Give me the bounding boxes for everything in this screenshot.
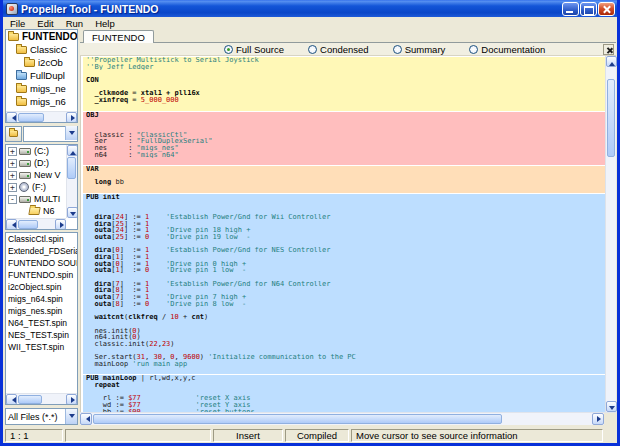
tree-expander-icon[interactable]: +	[8, 147, 17, 156]
radio-button-icon[interactable]	[393, 45, 402, 54]
object-tree-hscrollbar[interactable]	[6, 111, 77, 122]
file-list-item[interactable]: NES_TEST.spin	[6, 329, 77, 341]
code-line[interactable]	[86, 348, 605, 355]
scroll-down-icon[interactable]	[67, 207, 78, 218]
code-line[interactable]: CON	[86, 77, 605, 84]
file-list-item[interactable]: WII_TEST.spin	[6, 341, 77, 353]
folder-up-button[interactable]	[5, 126, 22, 142]
object-tree-item[interactable]: migs_n6	[6, 95, 77, 108]
scroll-left-icon[interactable]	[80, 413, 92, 425]
tree-expander-icon[interactable]: +	[8, 159, 17, 168]
minimize-button[interactable]	[562, 2, 579, 16]
code-line[interactable]	[86, 84, 605, 91]
scroll-left-icon[interactable]	[6, 394, 17, 405]
code-line[interactable]: long bb	[86, 179, 605, 186]
radio-summary[interactable]: Summary	[393, 44, 446, 55]
code-line[interactable]	[86, 207, 605, 214]
radio-button-icon[interactable]	[308, 45, 317, 54]
maximize-button[interactable]	[580, 2, 597, 16]
code-line[interactable]: dira[25] := 1	[86, 221, 605, 228]
code-line[interactable]: n64.init(0)	[86, 334, 605, 341]
editor-vscrollbar[interactable]	[605, 56, 616, 412]
scroll-thumb[interactable]	[67, 157, 76, 179]
code-line[interactable]: _clkmode = xtal1 + pll16x	[86, 90, 605, 97]
menu-help[interactable]: Help	[89, 17, 121, 29]
file-list-item[interactable]: N64_TEST.spin	[6, 317, 77, 329]
pane-close-icon[interactable]	[603, 44, 614, 55]
tree-expander-icon[interactable]: +	[8, 183, 17, 192]
code-line[interactable]	[86, 389, 605, 396]
file-list-hscrollbar[interactable]	[6, 393, 77, 404]
code-line[interactable]: Ser : "FullDuplexSerial"	[86, 138, 605, 145]
code-line[interactable]	[86, 274, 605, 281]
editor-hscrollbar[interactable]	[80, 412, 616, 425]
object-tree-item[interactable]: FUNTENDO	[6, 30, 77, 43]
code-line[interactable]: OBJ	[86, 112, 605, 119]
code-line[interactable]: outa[8] := 0 'Drive pin 8 low -	[86, 301, 605, 308]
object-tree-item[interactable]: i2cOb	[6, 56, 77, 69]
object-tree-item[interactable]: migs_ne	[6, 82, 77, 95]
close-button[interactable]	[598, 2, 615, 16]
code-line[interactable]: classic.init(22,23)	[86, 341, 605, 348]
scroll-right-icon[interactable]	[55, 219, 66, 230]
code-line[interactable]	[86, 241, 605, 248]
scroll-right-icon[interactable]	[66, 112, 77, 123]
scroll-down-icon[interactable]	[606, 401, 617, 412]
scroll-thumb[interactable]	[607, 79, 615, 157]
file-list-item[interactable]: migs_n64.spin	[6, 293, 77, 305]
code-line[interactable]	[86, 186, 605, 193]
code-line[interactable]: outa[25] := 0 'Drive pin 19 low -	[86, 234, 605, 241]
file-list-item[interactable]: ClassicCtl.spin	[6, 233, 77, 245]
menu-edit[interactable]: Edit	[31, 17, 59, 29]
radio-button-icon[interactable]	[224, 45, 233, 54]
code-line[interactable]: Ser.start(31, 30, 0, 9600) 'Initialize c…	[86, 354, 605, 361]
tree-expander-icon[interactable]: +	[8, 171, 17, 180]
scroll-right-icon[interactable]	[592, 413, 604, 425]
object-tree-item[interactable]: FullDupl	[6, 69, 77, 82]
scroll-thumb[interactable]	[18, 395, 42, 404]
code-line[interactable]: ''Propeller Multistick to Serial Joystic…	[86, 57, 605, 64]
scroll-right-icon[interactable]	[66, 394, 77, 405]
radio-full-source[interactable]: Full Source	[224, 44, 284, 55]
code-line[interactable]: dira[24] := 1 'Establish Power/Gnd for W…	[86, 214, 605, 221]
code-line[interactable]: outa[7] := 1 'Drive pin 7 high +	[86, 294, 605, 301]
radio-documentation[interactable]: Documentation	[469, 44, 545, 55]
code-line[interactable]: outa[1] := 0 'Drive pin 1 low -	[86, 267, 605, 274]
code-line[interactable]: dira[0] := 1 'Establish Power/Gnd for NE…	[86, 247, 605, 254]
code-line[interactable]: waitcnt(clkfreq / 10 + cnt)	[86, 314, 605, 321]
file-list-item[interactable]: Extended_FDSeria	[6, 245, 77, 257]
directory-tree-vscrollbar[interactable]	[66, 145, 77, 218]
file-filter-combo[interactable]: All Files (*.*)	[5, 408, 78, 425]
code-line[interactable]	[86, 70, 605, 77]
code-line[interactable]	[86, 118, 605, 125]
scroll-left-icon[interactable]	[6, 219, 17, 230]
code-line[interactable]	[86, 125, 605, 132]
drive-combo-dropdown-icon[interactable]	[65, 126, 77, 140]
file-list-item[interactable]: FUNTENDO.spin	[6, 269, 77, 281]
radio-condensed[interactable]: Condensed	[308, 44, 369, 55]
code-line[interactable]: mainLoop 'run main app	[86, 361, 605, 368]
scroll-up-icon[interactable]	[606, 56, 617, 67]
code-line[interactable]: rl := $77 'reset X axis	[86, 395, 605, 402]
scroll-up-icon[interactable]	[67, 145, 78, 156]
code-line[interactable]	[86, 200, 605, 207]
tree-expander-icon[interactable]: -	[8, 195, 17, 204]
scroll-thumb[interactable]	[18, 113, 44, 122]
scroll-left-icon[interactable]	[6, 112, 17, 123]
code-line[interactable]: VAR	[86, 166, 605, 173]
code-line[interactable]: wd := $77 'reset Y axis	[86, 402, 605, 409]
code-line[interactable]: PUB mainLoop | rl,wd,x,y,c	[86, 375, 605, 382]
file-filter-dropdown-icon[interactable]	[65, 409, 77, 424]
object-tree-item[interactable]: ClassicC	[6, 43, 77, 56]
file-list-item[interactable]: FUNTENDO SOUI	[6, 257, 77, 269]
code-line[interactable]: outa[24] := 1 'Drive pin 18 high +	[86, 227, 605, 234]
scroll-thumb[interactable]	[93, 414, 502, 424]
code-line[interactable]: dira[7] := 1 'Establish Power/Gnd for N6…	[86, 281, 605, 288]
menu-run[interactable]: Run	[60, 17, 89, 29]
code-line[interactable]	[86, 173, 605, 180]
file-list-item[interactable]: i2cObject.spin	[6, 281, 77, 293]
code-editor[interactable]: ''Propeller Multistick to Serial Joystic…	[81, 56, 605, 412]
directory-tree-hscrollbar[interactable]	[6, 218, 66, 229]
code-line[interactable]: nes.init(0)	[86, 328, 605, 335]
code-line[interactable]: ''By Jeff Ledger	[86, 64, 605, 71]
